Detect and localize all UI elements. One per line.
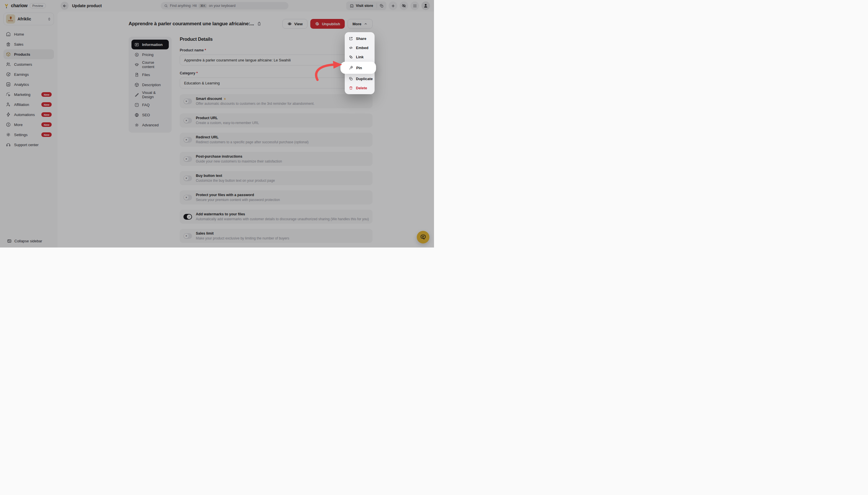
- menu-item-share[interactable]: Share: [345, 34, 375, 43]
- menu-item-delete[interactable]: Delete: [345, 83, 375, 92]
- duplicate-icon: [349, 76, 353, 81]
- menu-item-label: Duplicate: [356, 76, 373, 81]
- menu-item-duplicate[interactable]: Duplicate: [345, 74, 375, 83]
- embed-code-icon: [349, 46, 353, 50]
- trash-icon: [349, 86, 353, 90]
- menu-item-embed[interactable]: Embed: [345, 43, 375, 52]
- menu-item-label: Link: [356, 55, 364, 59]
- link-icon: [349, 55, 353, 59]
- menu-item-label: Embed: [356, 46, 368, 50]
- menu-item-label: Share: [356, 36, 366, 41]
- pin-icon: [349, 66, 353, 70]
- app-screen: chariow Preview Update product Find anyt…: [0, 0, 434, 248]
- menu-item-label: Pin: [356, 66, 362, 70]
- menu-item-link[interactable]: Link: [345, 52, 375, 62]
- more-dropdown-menu: Share Embed Link Pin Duplicate Delete: [345, 32, 375, 94]
- menu-item-label: Delete: [356, 86, 367, 90]
- annotation-arrow: [312, 61, 349, 82]
- share-icon: [349, 36, 353, 41]
